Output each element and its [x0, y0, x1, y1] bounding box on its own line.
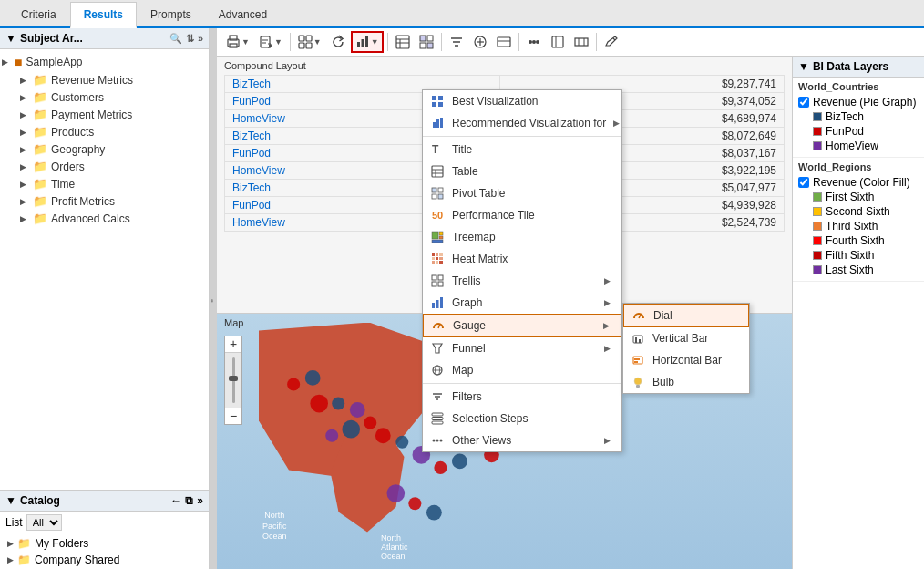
item-arrow: ▶ — [20, 180, 29, 189]
tab-prompts[interactable]: Prompts — [137, 2, 205, 26]
add-view-button[interactable]: ▼ — [294, 32, 325, 52]
menu-recommended[interactable]: Recommended Visualization for ▶ — [423, 112, 621, 134]
svg-rect-88 — [432, 282, 436, 286]
tree-item[interactable]: ▶📁Advanced Calcs — [0, 210, 209, 227]
menu-best-viz[interactable]: Best Visualization — [423, 90, 621, 112]
pivot-button[interactable] — [416, 32, 437, 52]
subject-area-title: Subject Ar... — [20, 32, 166, 45]
sort-icon[interactable]: ⇅ — [186, 33, 194, 45]
sep1 — [290, 33, 291, 51]
item-arrow: ▶ — [20, 145, 29, 154]
catalog-item-myfolders[interactable]: ▶ 📁 My Folders — [0, 535, 209, 552]
menu-other[interactable]: Other Views ▶ — [423, 429, 621, 451]
table-button[interactable] — [392, 32, 414, 52]
tab-results[interactable]: Results — [70, 2, 137, 28]
menu-graph[interactable]: Graph ▶ — [423, 292, 621, 314]
bi-checkbox[interactable] — [798, 97, 809, 108]
refresh-button[interactable] — [327, 32, 349, 52]
menu-map[interactable]: Map — [423, 359, 621, 381]
chart-dropdown[interactable]: ▼ — [371, 37, 379, 47]
catalog-item-company[interactable]: ▶ 📁 Company Shared — [0, 552, 209, 568]
tree-item[interactable]: ▶📁Payment Metrics — [0, 106, 209, 123]
tree-item[interactable]: ▶📁Orders — [0, 158, 209, 175]
bi-panel-header[interactable]: ▼ BI Data Layers — [793, 57, 924, 78]
menu-table[interactable]: Table — [423, 160, 621, 182]
zoom-in-button[interactable]: + — [225, 336, 241, 353]
menu-selection-steps[interactable]: Selection Steps — [423, 408, 621, 429]
svg-rect-28 — [498, 37, 510, 47]
svg-rect-79 — [439, 253, 443, 256]
item-arrow: ▶ — [20, 162, 29, 171]
resize-handle[interactable]: ··· — [210, 28, 217, 569]
print-dropdown[interactable]: ▼ — [241, 37, 250, 47]
svg-rect-19 — [427, 36, 433, 41]
list-select[interactable]: All — [26, 514, 62, 531]
bi-color-swatch — [813, 207, 822, 216]
print-button[interactable]: ▼ — [222, 32, 253, 52]
catalog-copy-icon[interactable]: ⧉ — [185, 494, 193, 507]
export-button[interactable]: ▼ — [255, 32, 286, 52]
more-btn2[interactable] — [493, 32, 515, 52]
sep-a — [423, 136, 621, 137]
tree-root[interactable]: ▶ ■ SampleApp — [0, 53, 209, 71]
svg-rect-61 — [433, 122, 436, 128]
bi-item-label: Revenue (Pie Graph) — [813, 96, 916, 109]
more-btn5[interactable] — [570, 32, 592, 52]
tree-item[interactable]: ▶📁Revenue Metrics — [0, 71, 209, 88]
svg-rect-86 — [432, 275, 436, 280]
catalog-nav-prev[interactable]: ← — [170, 494, 181, 507]
tree-item[interactable]: ▶📁Geography — [0, 140, 209, 158]
filter-button[interactable] — [446, 32, 467, 52]
more-btn3[interactable] — [523, 32, 545, 52]
tab-criteria[interactable]: Criteria — [7, 2, 70, 26]
svg-rect-85 — [439, 261, 443, 264]
zoom-slider[interactable] — [225, 353, 241, 408]
gauge-arrow: ▶ — [603, 321, 610, 330]
chart-type-menu: Best Visualization Recommended Visualiza… — [422, 89, 622, 452]
zoom-out-button[interactable]: − — [225, 408, 241, 424]
svg-point-52 — [426, 504, 442, 520]
edit-button[interactable] — [601, 32, 622, 52]
svg-point-32 — [536, 40, 539, 44]
menu-treemap[interactable]: Treemap — [423, 226, 621, 248]
svg-rect-13 — [365, 36, 368, 47]
tree-item[interactable]: ▶📁Customers — [0, 88, 209, 106]
svg-point-41 — [350, 402, 365, 418]
bi-section-title: World_Regions — [798, 161, 919, 172]
more-btn1[interactable] — [469, 32, 491, 52]
catalog-header[interactable]: ▼ Catalog ← ⧉ » — [0, 491, 209, 512]
tree-item[interactable]: ▶📁Profit Metrics — [0, 192, 209, 210]
tree-item[interactable]: ▶📁Time — [0, 175, 209, 192]
item-label: Time — [51, 178, 75, 191]
svg-line-38 — [613, 38, 615, 40]
menu-heat[interactable]: Heat Matrix — [423, 248, 621, 270]
menu-trellis[interactable]: Trellis ▶ — [423, 270, 621, 292]
folder-icon: 📁 — [33, 212, 47, 225]
menu-pivot-label: Pivot Table — [452, 187, 611, 200]
svg-rect-57 — [432, 96, 436, 100]
catalog-expand[interactable]: » — [197, 494, 203, 507]
bi-checkbox[interactable] — [798, 177, 809, 188]
menu-filters[interactable]: Filters — [423, 386, 621, 408]
collapse-icon[interactable]: ▼ — [5, 32, 16, 45]
menu-funnel[interactable]: Funnel ▶ — [423, 337, 621, 359]
svg-rect-71 — [432, 194, 436, 199]
tab-advanced[interactable]: Advanced — [205, 2, 281, 26]
menu-gauge[interactable]: Gauge ▶ — [423, 314, 621, 337]
menu-title[interactable]: T Title — [423, 139, 621, 160]
export-dropdown[interactable]: ▼ — [274, 37, 282, 47]
tree-item[interactable]: ▶📁Products — [0, 123, 209, 140]
expand-icon[interactable]: » — [198, 33, 203, 44]
item-label: Customers — [51, 91, 104, 104]
add-view-dropdown[interactable]: ▼ — [313, 37, 322, 47]
search-icon[interactable]: 🔍 — [169, 33, 182, 45]
gauge-icon — [431, 318, 446, 333]
menu-graph-label: Graph — [452, 296, 597, 309]
catalog-panel: ▼ Catalog ← ⧉ » List All ▶ 📁 My Folders — [0, 490, 209, 569]
menu-perf-tile[interactable]: 50 Performance Tile — [423, 204, 621, 226]
item-label: Payment Metrics — [51, 109, 132, 121]
bi-sub-label: Fourth Sixth — [826, 234, 885, 247]
menu-pivot[interactable]: Pivot Table — [423, 182, 621, 204]
chart-button[interactable]: ▼ — [351, 31, 384, 53]
more-btn4[interactable] — [547, 32, 569, 52]
